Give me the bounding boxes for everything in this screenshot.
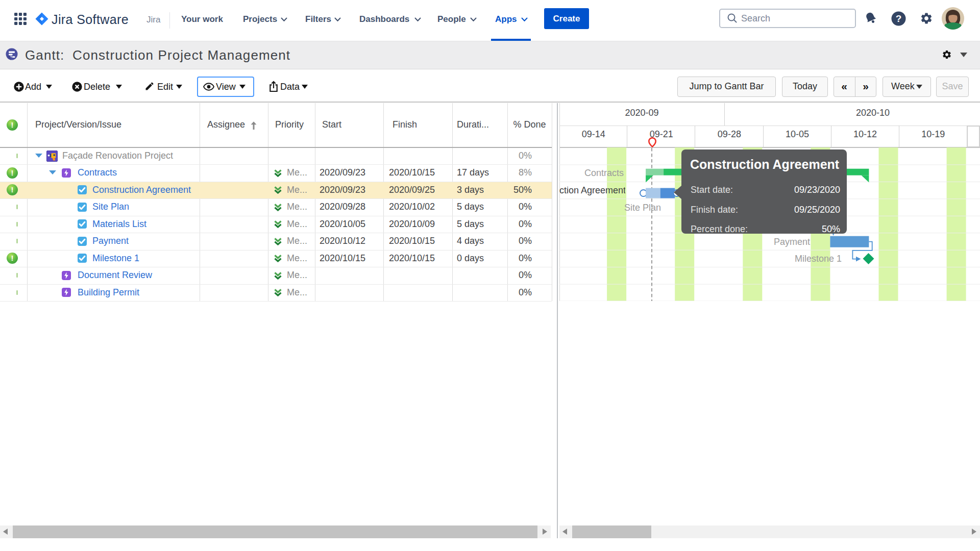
svg-text:?: ?	[896, 13, 902, 24]
